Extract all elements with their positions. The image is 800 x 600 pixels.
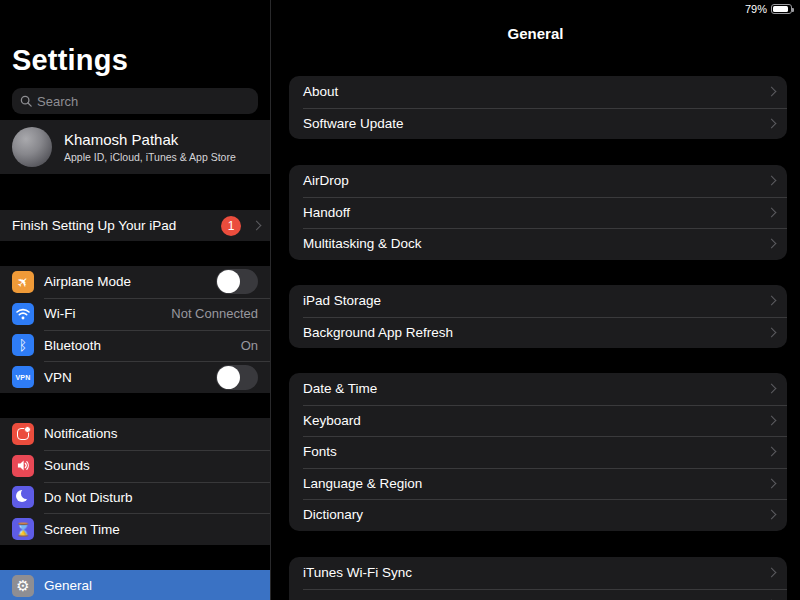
- chevron-right-icon: [767, 415, 777, 425]
- settings-group-sync: iTunes Wi-Fi Sync VPN Not Connected: [289, 557, 787, 600]
- sidebar-item-screen-time[interactable]: ⌛ Screen Time: [0, 513, 270, 545]
- battery-percentage: 79%: [745, 3, 767, 15]
- status-bar: 79%: [745, 3, 792, 15]
- settings-row-keyboard[interactable]: Keyboard: [289, 405, 787, 437]
- settings-sidebar: Settings Search Khamosh Pathak Apple ID,…: [0, 0, 270, 600]
- wifi-icon: [12, 303, 34, 325]
- row-label: Wi-Fi: [44, 306, 171, 321]
- row-label: AirDrop: [303, 173, 768, 188]
- do-not-disturb-icon: [12, 486, 34, 508]
- wifi-status: Not Connected: [171, 306, 258, 321]
- settings-row-handoff[interactable]: Handoff: [289, 197, 787, 229]
- row-label: iTunes Wi-Fi Sync: [303, 565, 768, 580]
- chevron-right-icon: [767, 327, 777, 337]
- settings-row-itunes-wifi-sync[interactable]: iTunes Wi-Fi Sync: [289, 557, 787, 589]
- profile-subtitle: Apple ID, iCloud, iTunes & App Store: [64, 151, 236, 163]
- sidebar-item-bluetooth[interactable]: ᛒ Bluetooth On: [0, 330, 270, 362]
- row-label: Airplane Mode: [44, 274, 216, 289]
- settings-row-multitasking-dock[interactable]: Multitasking & Dock: [289, 228, 787, 260]
- row-label: Bluetooth: [44, 338, 241, 353]
- settings-group-storage: iPad Storage Background App Refresh: [289, 285, 787, 348]
- sidebar-item-wifi[interactable]: Wi-Fi Not Connected: [0, 298, 270, 330]
- airplane-icon: ✈: [12, 271, 34, 293]
- search-placeholder: Search: [37, 94, 78, 109]
- chevron-right-icon: [767, 87, 777, 97]
- detail-pane-title: General: [271, 25, 800, 42]
- row-label: Screen Time: [44, 522, 258, 537]
- chevron-right-icon: [767, 239, 777, 249]
- profile-text: Khamosh Pathak Apple ID, iCloud, iTunes …: [64, 131, 236, 164]
- chevron-right-icon: [767, 568, 777, 578]
- settings-group-continuity: AirDrop Handoff Multitasking & Dock: [289, 165, 787, 260]
- chevron-right-icon: [767, 296, 777, 306]
- settings-row-dictionary[interactable]: Dictionary: [289, 499, 787, 531]
- chevron-right-icon: [767, 207, 777, 217]
- row-label: About: [303, 84, 768, 99]
- page-title: Settings: [12, 44, 128, 77]
- row-label: Keyboard: [303, 413, 768, 428]
- row-label: Handoff: [303, 205, 768, 220]
- row-label: Fonts: [303, 444, 768, 459]
- chevron-right-icon: [767, 118, 777, 128]
- settings-group-locale: Date & Time Keyboard Fonts Language & Re…: [289, 373, 787, 531]
- apple-id-profile[interactable]: Khamosh Pathak Apple ID, iCloud, iTunes …: [0, 120, 270, 174]
- finish-setup-banner[interactable]: Finish Setting Up Your iPad 1: [0, 210, 270, 241]
- vpn-icon: VPN: [12, 366, 34, 388]
- bluetooth-status: On: [241, 338, 258, 353]
- settings-row-software-update[interactable]: Software Update: [289, 108, 787, 140]
- battery-nub: [792, 8, 794, 12]
- row-label: General: [44, 578, 258, 593]
- chevron-right-icon: [767, 510, 777, 520]
- battery-icon: [771, 4, 792, 14]
- bluetooth-icon: ᛒ: [12, 334, 34, 356]
- row-label: Sounds: [44, 458, 258, 473]
- airplane-mode-toggle[interactable]: [216, 269, 258, 294]
- sidebar-item-vpn[interactable]: VPN VPN: [0, 361, 270, 393]
- notifications-icon: [12, 423, 34, 445]
- ipad-settings-screen: 79% Settings Search Khamosh Pathak Apple…: [0, 0, 800, 600]
- vpn-toggle[interactable]: [216, 365, 258, 390]
- sidebar-item-notifications[interactable]: Notifications: [0, 418, 270, 450]
- row-label: Multitasking & Dock: [303, 236, 768, 251]
- search-input[interactable]: Search: [12, 88, 258, 114]
- settings-group-about: About Software Update: [289, 76, 787, 139]
- sidebar-item-general[interactable]: ⚙ General: [0, 570, 270, 600]
- sidebar-item-sounds[interactable]: Sounds: [0, 450, 270, 482]
- battery-fill: [773, 6, 788, 12]
- setup-label: Finish Setting Up Your iPad: [12, 218, 221, 233]
- sidebar-item-do-not-disturb[interactable]: Do Not Disturb: [0, 482, 270, 514]
- row-label: Date & Time: [303, 381, 768, 396]
- settings-row-vpn[interactable]: VPN Not Connected: [289, 589, 787, 600]
- sounds-icon: [12, 455, 34, 477]
- profile-name: Khamosh Pathak: [64, 131, 236, 150]
- row-label: iPad Storage: [303, 293, 768, 308]
- row-label: Dictionary: [303, 507, 768, 522]
- screen-time-icon: ⌛: [12, 518, 34, 540]
- row-label: Software Update: [303, 116, 768, 131]
- settings-row-background-app-refresh[interactable]: Background App Refresh: [289, 317, 787, 349]
- settings-row-fonts[interactable]: Fonts: [289, 436, 787, 468]
- preferences-group: Notifications Sounds Do Not Disturb: [0, 418, 270, 545]
- settings-row-ipad-storage[interactable]: iPad Storage: [289, 285, 787, 317]
- settings-row-airdrop[interactable]: AirDrop: [289, 165, 787, 197]
- row-label: Background App Refresh: [303, 325, 768, 340]
- chevron-right-icon: [767, 478, 777, 488]
- chevron-right-icon: [767, 176, 777, 186]
- gear-icon: ⚙: [12, 575, 34, 597]
- chevron-right-icon: [252, 221, 262, 231]
- connectivity-group: ✈ Airplane Mode Wi-Fi Not Connected ᛒ Bl…: [0, 266, 270, 393]
- chevron-right-icon: [767, 384, 777, 394]
- row-label: VPN: [44, 370, 216, 385]
- chevron-right-icon: [767, 447, 777, 457]
- settings-row-date-time[interactable]: Date & Time: [289, 373, 787, 405]
- row-label: Do Not Disturb: [44, 490, 258, 505]
- row-label: Notifications: [44, 426, 258, 441]
- settings-row-language-region[interactable]: Language & Region: [289, 468, 787, 500]
- notification-badge: 1: [221, 216, 241, 236]
- avatar: [12, 127, 52, 167]
- settings-row-about[interactable]: About: [289, 76, 787, 108]
- general-detail-pane: General About Software Update AirDrop Ha…: [270, 0, 800, 600]
- search-icon: [20, 95, 32, 107]
- row-label: Language & Region: [303, 476, 768, 491]
- sidebar-item-airplane-mode[interactable]: ✈ Airplane Mode: [0, 266, 270, 298]
